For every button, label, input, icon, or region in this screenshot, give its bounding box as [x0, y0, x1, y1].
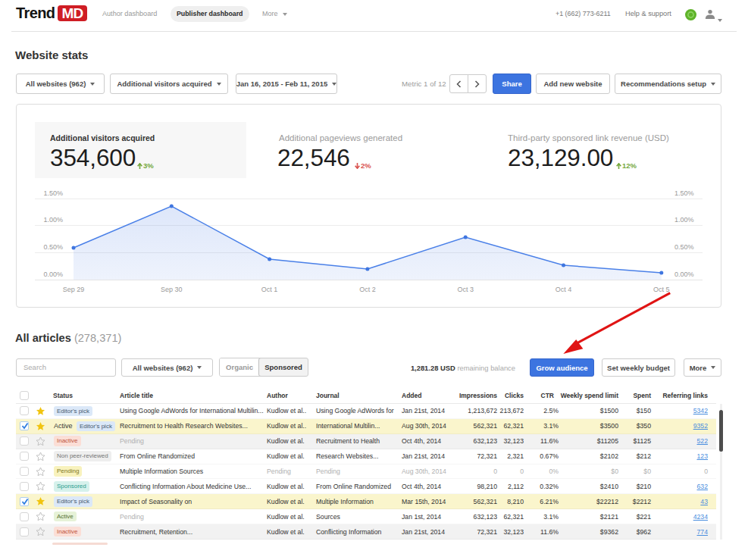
- svg-text:Oct 2: Oct 2: [359, 286, 376, 293]
- svg-text:0.50%: 0.50%: [43, 243, 63, 251]
- svg-text:0.00%: 0.00%: [674, 271, 694, 278]
- svg-text:0.00%: 0.00%: [43, 271, 63, 278]
- svg-text:0.50%: 0.50%: [674, 243, 694, 251]
- svg-text:Sep 30: Sep 30: [161, 286, 183, 293]
- svg-text:Oct 3: Oct 3: [457, 286, 474, 293]
- svg-text:Oct 1: Oct 1: [261, 286, 278, 293]
- svg-text:1.00%: 1.00%: [674, 216, 694, 224]
- svg-text:1.50%: 1.50%: [674, 189, 694, 197]
- svg-text:1.50%: 1.50%: [43, 189, 63, 197]
- svg-text:Sep 29: Sep 29: [63, 286, 85, 293]
- svg-text:1.00%: 1.00%: [43, 216, 63, 224]
